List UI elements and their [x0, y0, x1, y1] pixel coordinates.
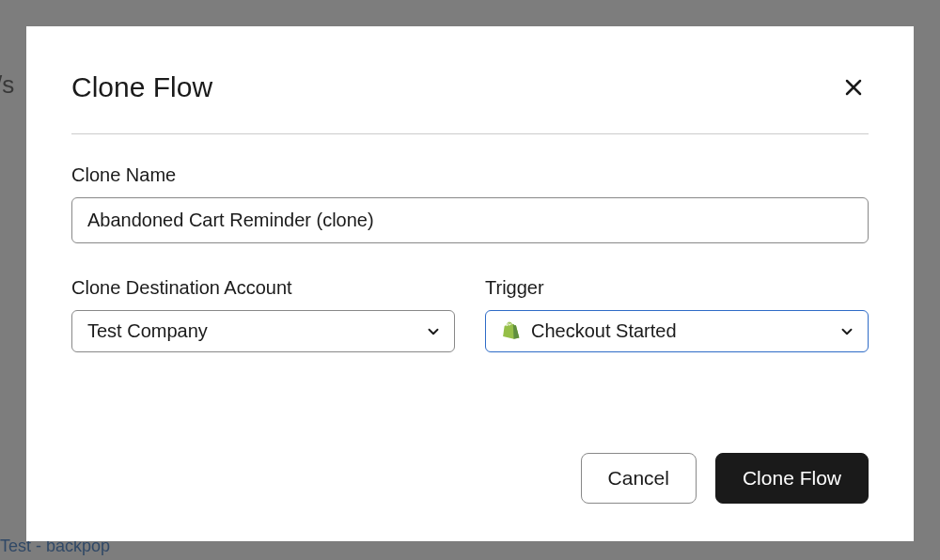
modal-header: Clone Flow [71, 71, 869, 134]
trigger-label: Trigger [485, 277, 869, 299]
destination-select[interactable]: Test Company [71, 310, 455, 352]
close-icon [842, 76, 865, 99]
clone-name-input[interactable] [71, 197, 869, 243]
trigger-select-wrapper: Checkout Started [485, 310, 869, 352]
trigger-group: Trigger Checkout Started [485, 277, 869, 352]
modal-footer: Cancel Clone Flow [71, 434, 869, 504]
trigger-select[interactable]: Checkout Started [485, 310, 869, 352]
shopify-icon [501, 321, 520, 342]
chevron-down-icon [838, 323, 855, 340]
clone-name-group: Clone Name [71, 164, 869, 243]
clone-flow-button[interactable]: Clone Flow [715, 453, 869, 504]
chevron-down-icon [425, 323, 442, 340]
destination-value: Test Company [87, 320, 208, 342]
clone-name-label: Clone Name [71, 164, 869, 186]
close-button[interactable] [838, 72, 869, 102]
trigger-value: Checkout Started [531, 320, 677, 342]
destination-group: Clone Destination Account Test Company [71, 277, 455, 352]
clone-flow-modal: Clone Flow Clone Name Clone Destination … [26, 26, 914, 541]
destination-label: Clone Destination Account [71, 277, 455, 299]
modal-title: Clone Flow [71, 71, 212, 103]
form-row: Clone Destination Account Test Company T… [71, 277, 869, 386]
cancel-button[interactable]: Cancel [581, 453, 697, 504]
destination-select-wrapper: Test Company [71, 310, 455, 352]
